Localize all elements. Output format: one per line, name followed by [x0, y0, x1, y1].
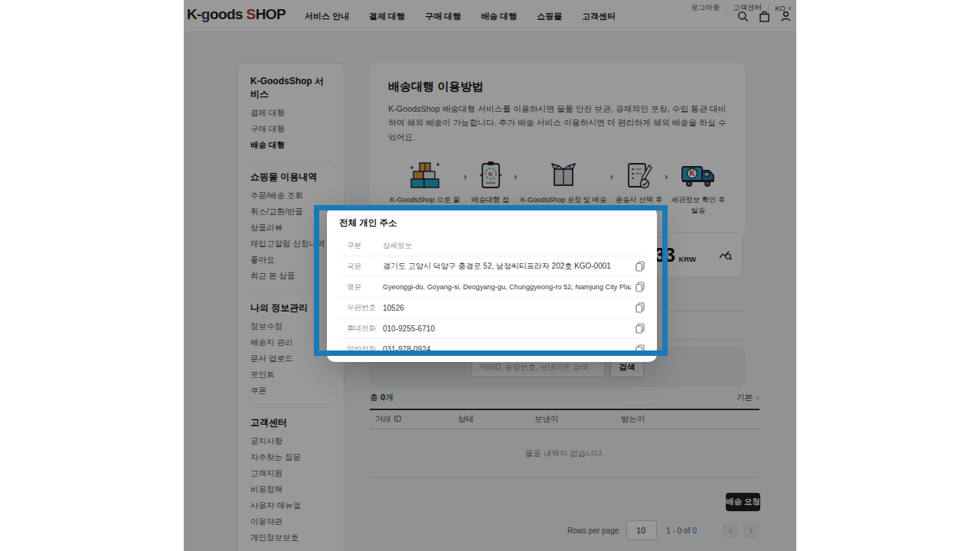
page-viewport: K-goods SHOP 서비스 안내 결제 대행 구매 대행 배송 대행 쇼핑… [184, 0, 796, 551]
annotation-highlight-frame [314, 205, 668, 356]
